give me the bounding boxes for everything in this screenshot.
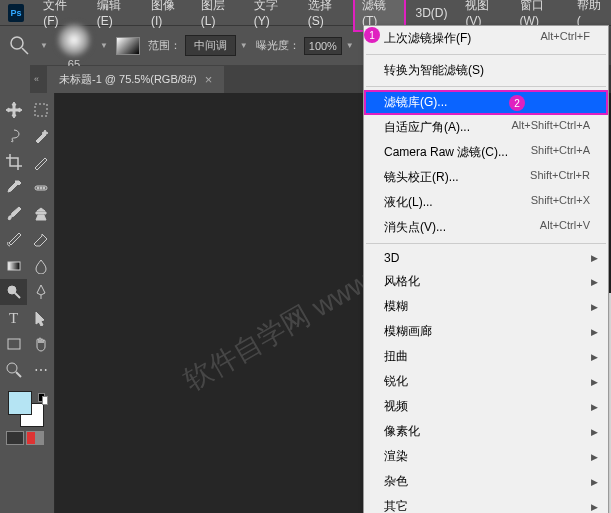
annotation-callout-1: 1 [364,27,380,43]
brush-preview[interactable] [56,22,92,58]
exposure-label: 曝光度： [256,38,300,53]
pen-tool[interactable] [27,279,54,305]
svg-point-5 [40,187,42,189]
chevron-right-icon: ▶ [591,352,598,362]
history-brush-tool[interactable] [0,227,27,253]
healing-brush-tool[interactable] [27,175,54,201]
menu-3d[interactable]: 3D(D) [406,2,456,24]
collapse-icon[interactable]: « [34,74,39,84]
menu-vanishing-point[interactable]: 消失点(V)...Alt+Ctrl+V [364,215,608,240]
chevron-right-icon: ▶ [591,452,598,462]
color-swatches [0,391,54,427]
blur-tool[interactable] [27,253,54,279]
dodge-tool[interactable] [0,279,27,305]
clone-stamp-tool[interactable] [27,201,54,227]
magic-wand-tool[interactable] [27,123,54,149]
chevron-down-icon[interactable]: ▼ [240,41,248,50]
menu-image[interactable]: 图像(I) [142,0,192,32]
svg-rect-10 [8,339,20,349]
type-tool[interactable]: T [0,305,27,331]
svg-point-8 [8,286,16,294]
menu-type[interactable]: 文字(Y) [245,0,299,32]
chevron-right-icon: ▶ [591,477,598,487]
chevron-right-icon: ▶ [591,402,598,412]
marquee-tool[interactable] [27,97,54,123]
close-icon[interactable]: × [205,72,213,87]
svg-point-11 [7,363,17,373]
menu-video[interactable]: 视频▶ [364,394,608,419]
range-label: 范围： [148,38,181,53]
menu-convert-smart[interactable]: 转换为智能滤镜(S) [364,58,608,83]
svg-rect-7 [8,262,20,270]
tab-title: 未标题-1 @ 75.5%(RGB/8#) [59,72,197,87]
separator [366,86,606,87]
svg-point-6 [43,187,45,189]
svg-line-1 [22,48,28,54]
move-tool[interactable] [0,97,27,123]
screen-mode-icon[interactable] [26,431,44,445]
chevron-down-icon[interactable]: ▼ [100,41,108,50]
screen-mode-icons [0,431,54,445]
chevron-down-icon[interactable]: ▼ [346,41,354,50]
zoom-tool[interactable] [0,357,27,383]
range-select[interactable]: 中间调 [185,35,236,56]
chevron-right-icon: ▶ [591,427,598,437]
menu-camera-raw[interactable]: Camera Raw 滤镜(C)...Shift+Ctrl+A [364,140,608,165]
menu-lens-correction[interactable]: 镜头校正(R)...Shift+Ctrl+R [364,165,608,190]
menu-adaptive-wide-angle[interactable]: 自适应广角(A)...Alt+Shift+Ctrl+A [364,115,608,140]
menu-liquify[interactable]: 液化(L)...Shift+Ctrl+X [364,190,608,215]
menu-noise[interactable]: 杂色▶ [364,469,608,494]
menu-last-filter[interactable]: 上次滤镜操作(F)Alt+Ctrl+F [364,26,608,51]
menu-edit[interactable]: 编辑(E) [88,0,142,32]
slice-tool[interactable] [27,149,54,175]
toolbox: T ⋯ [0,93,55,513]
annotation-callout-2: 2 [509,95,525,111]
dodge-tool-icon[interactable] [8,34,32,58]
edit-toolbar[interactable]: ⋯ [27,357,54,383]
svg-rect-2 [35,104,47,116]
brush-panel-icon[interactable] [116,37,140,55]
chevron-right-icon: ▶ [591,502,598,512]
separator [366,54,606,55]
separator [366,243,606,244]
menu-pixelate[interactable]: 像素化▶ [364,419,608,444]
menu-distort[interactable]: 扭曲▶ [364,344,608,369]
menu-sharpen[interactable]: 锐化▶ [364,369,608,394]
menu-stylize[interactable]: 风格化▶ [364,269,608,294]
path-selection-tool[interactable] [27,305,54,331]
menu-filter-gallery[interactable]: 滤镜库(G)... [364,90,608,115]
menu-layer[interactable]: 图层(L) [192,0,245,32]
menu-other[interactable]: 其它▶ [364,494,608,513]
foreground-color[interactable] [8,391,32,415]
document-tab[interactable]: 未标题-1 @ 75.5%(RGB/8#) × [47,66,224,93]
eraser-tool[interactable] [27,227,54,253]
exposure-value[interactable]: 100% [304,37,342,55]
menu-select[interactable]: 选择(S) [299,0,353,32]
chevron-right-icon: ▶ [591,277,598,287]
svg-point-4 [37,187,39,189]
gradient-tool[interactable] [0,253,27,279]
photoshop-logo: Ps [8,4,24,22]
svg-line-9 [15,293,20,298]
menu-blur[interactable]: 模糊▶ [364,294,608,319]
svg-point-0 [11,37,23,49]
eyedropper-tool[interactable] [0,175,27,201]
menu-3d[interactable]: 3D▶ [364,247,608,269]
lasso-tool[interactable] [0,123,27,149]
chevron-right-icon: ▶ [591,377,598,387]
menu-render[interactable]: 渲染▶ [364,444,608,469]
quick-mask-icon[interactable] [6,431,24,445]
filter-menu: 上次滤镜操作(F)Alt+Ctrl+F 转换为智能滤镜(S) 滤镜库(G)...… [363,25,609,513]
chevron-right-icon: ▶ [591,302,598,312]
chevron-down-icon[interactable]: ▼ [40,41,48,50]
default-colors-icon[interactable] [38,393,48,403]
crop-tool[interactable] [0,149,27,175]
menu-blur-gallery[interactable]: 模糊画廊▶ [364,319,608,344]
brush-tool[interactable] [0,201,27,227]
rectangle-tool[interactable] [0,331,27,357]
svg-line-12 [16,372,21,377]
hand-tool[interactable] [27,331,54,357]
chevron-right-icon: ▶ [591,253,598,263]
chevron-right-icon: ▶ [591,327,598,337]
